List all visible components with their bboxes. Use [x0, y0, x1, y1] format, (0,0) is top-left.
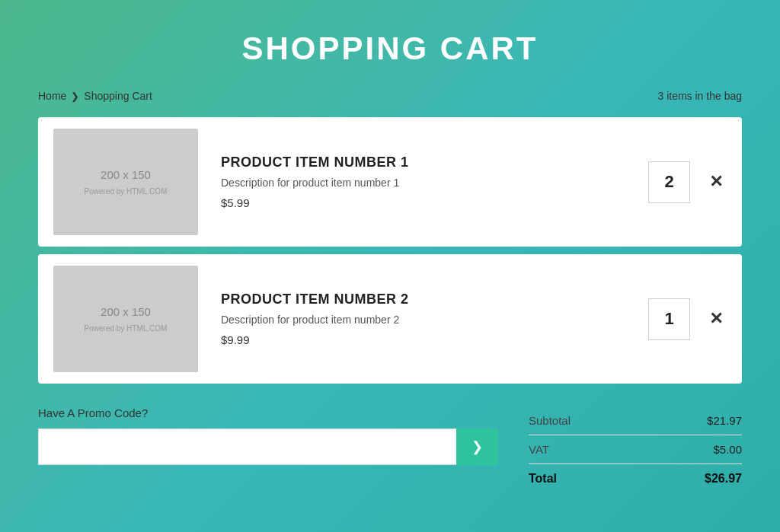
subtotal-value: $21.97 — [707, 414, 742, 427]
promo-label: Have A Promo Code? — [38, 406, 498, 419]
quantity-input-1[interactable]: 2 — [648, 161, 690, 203]
breadcrumb-home-link[interactable]: Home — [38, 90, 66, 102]
powered-by-2: Powered by HTML.COM — [85, 324, 168, 333]
table-row: 200 x 150 Powered by HTML.COM PRODUCT IT… — [38, 117, 742, 247]
bottom-section: Have A Promo Code? ❯ Subtotal $21.97 VAT… — [38, 406, 742, 493]
product-price-1: $5.99 — [221, 196, 633, 209]
product-info-2: PRODUCT ITEM NUMBER 2 Description for pr… — [213, 291, 633, 346]
total-label: Total — [529, 472, 557, 486]
product-price-2: $9.99 — [221, 333, 633, 346]
promo-input-row: ❯ — [38, 428, 498, 465]
subtotal-row: Subtotal $21.97 — [529, 406, 742, 435]
breadcrumb-chevron-icon: ❯ — [71, 91, 79, 102]
product-description-1: Description for product item number 1 — [221, 177, 633, 189]
vat-label: VAT — [529, 443, 549, 456]
promo-input[interactable] — [38, 428, 456, 465]
image-dims-1: 200 x 150 — [101, 168, 151, 181]
product-image-2: 200 x 150 Powered by HTML.COM — [53, 266, 198, 372]
remove-button-1[interactable]: ✕ — [705, 168, 727, 196]
promo-submit-icon: ❯ — [472, 438, 483, 455]
promo-section: Have A Promo Code? ❯ — [38, 406, 498, 465]
order-summary: Subtotal $21.97 VAT $5.00 Total $26.97 — [529, 406, 742, 493]
bag-count: 3 items in the bag — [657, 90, 742, 102]
image-dims-2: 200 x 150 — [101, 305, 151, 318]
cart-items-list: 200 x 150 Powered by HTML.COM PRODUCT IT… — [38, 117, 742, 391]
vat-row: VAT $5.00 — [529, 435, 742, 464]
breadcrumb-bar: Home ❯ Shopping Cart 3 items in the bag — [38, 90, 742, 102]
product-description-2: Description for product item number 2 — [221, 314, 633, 326]
product-info-1: PRODUCT ITEM NUMBER 1 Description for pr… — [213, 155, 633, 209]
powered-by-1: Powered by HTML.COM — [85, 187, 168, 196]
table-row: 200 x 150 Powered by HTML.COM PRODUCT IT… — [38, 254, 742, 384]
total-row: Total $26.97 — [529, 464, 742, 493]
product-name-1: PRODUCT ITEM NUMBER 1 — [221, 155, 633, 170]
page-title: SHOPPING CART — [38, 30, 742, 67]
quantity-input-2[interactable]: 1 — [648, 298, 690, 340]
total-value: $26.97 — [705, 472, 742, 486]
promo-submit-button[interactable]: ❯ — [456, 428, 498, 465]
breadcrumb: Home ❯ Shopping Cart — [38, 90, 152, 102]
vat-value: $5.00 — [713, 443, 742, 456]
breadcrumb-current: Shopping Cart — [84, 90, 152, 102]
item-controls-1: 2 ✕ — [648, 161, 727, 203]
remove-button-2[interactable]: ✕ — [705, 305, 727, 333]
subtotal-label: Subtotal — [529, 414, 571, 427]
product-image-1: 200 x 150 Powered by HTML.COM — [53, 129, 198, 235]
product-name-2: PRODUCT ITEM NUMBER 2 — [221, 291, 633, 307]
item-controls-2: 1 ✕ — [648, 298, 727, 340]
